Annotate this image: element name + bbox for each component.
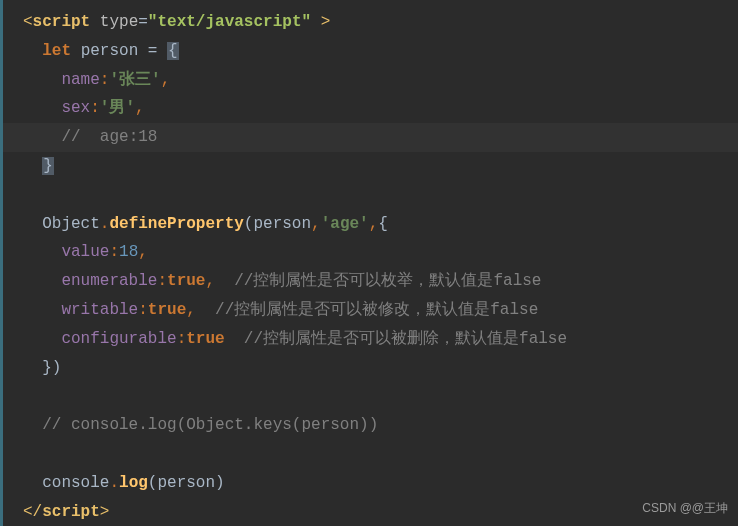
- defineProperty: defineProperty: [109, 215, 243, 233]
- prop-sex: sex: [61, 99, 90, 117]
- code-line: <script type="text/javascript" >: [3, 8, 738, 37]
- bracket: <: [23, 13, 33, 31]
- bool-true: true: [167, 272, 205, 290]
- tag: script: [33, 13, 91, 31]
- prop-value: value: [61, 243, 109, 261]
- comment: // console.log(Object.keys(person)): [42, 416, 378, 434]
- code-line: enumerable:true, //控制属性是否可以枚举，默认值是false: [3, 267, 738, 296]
- code-line: name:'张三',: [3, 66, 738, 95]
- comment: //控制属性是否可以被删除，默认值是false: [244, 330, 567, 348]
- attr: type: [100, 13, 138, 31]
- var-person: person: [81, 42, 139, 60]
- brace: {: [167, 42, 179, 60]
- blank-line: [3, 440, 738, 469]
- code-line: // console.log(Object.keys(person)): [3, 411, 738, 440]
- prop-name: name: [61, 71, 99, 89]
- comment: //控制属性是否可以枚举，默认值是false: [234, 272, 541, 290]
- code-line: console.log(person): [3, 469, 738, 498]
- code-line: let person = {: [3, 37, 738, 66]
- bool-true: true: [186, 330, 224, 348]
- code-line: </script>: [3, 498, 738, 526]
- code-line: }): [3, 354, 738, 383]
- blank-line: [3, 382, 738, 411]
- string-age: 'age': [321, 215, 369, 233]
- prop-enumerable: enumerable: [61, 272, 157, 290]
- console: console: [42, 474, 109, 492]
- string-val: '张三': [109, 71, 160, 89]
- code-line: writable:true, //控制属性是否可以被修改，默认值是false: [3, 296, 738, 325]
- comment: //控制属性是否可以被修改，默认值是false: [215, 301, 538, 319]
- code-line: sex:'男',: [3, 94, 738, 123]
- code-line: Object.defineProperty(person,'age',{: [3, 210, 738, 239]
- object-global: Object: [42, 215, 100, 233]
- code-line: configurable:true //控制属性是否可以被删除，默认值是fals…: [3, 325, 738, 354]
- bracket: >: [100, 503, 110, 521]
- bracket: >: [321, 13, 331, 31]
- brace: }: [42, 157, 54, 175]
- number: 18: [119, 243, 138, 261]
- log-func: log: [119, 474, 148, 492]
- watermark: CSDN @@王坤: [642, 498, 728, 520]
- string-val: '男': [100, 99, 135, 117]
- code-editor: <script type="text/javascript" > let per…: [0, 0, 738, 526]
- prop-configurable: configurable: [61, 330, 176, 348]
- comment: // age:18: [61, 128, 157, 146]
- bool-true: true: [148, 301, 186, 319]
- code-line-active: // age:18: [3, 123, 738, 152]
- prop-writable: writable: [61, 301, 138, 319]
- blank-line: [3, 181, 738, 210]
- code-line: value:18,: [3, 238, 738, 267]
- keyword-let: let: [42, 42, 71, 60]
- code-line: }: [3, 152, 738, 181]
- tag: script: [42, 503, 100, 521]
- bracket: </: [23, 503, 42, 521]
- attr-value: "text/javascript": [148, 13, 311, 31]
